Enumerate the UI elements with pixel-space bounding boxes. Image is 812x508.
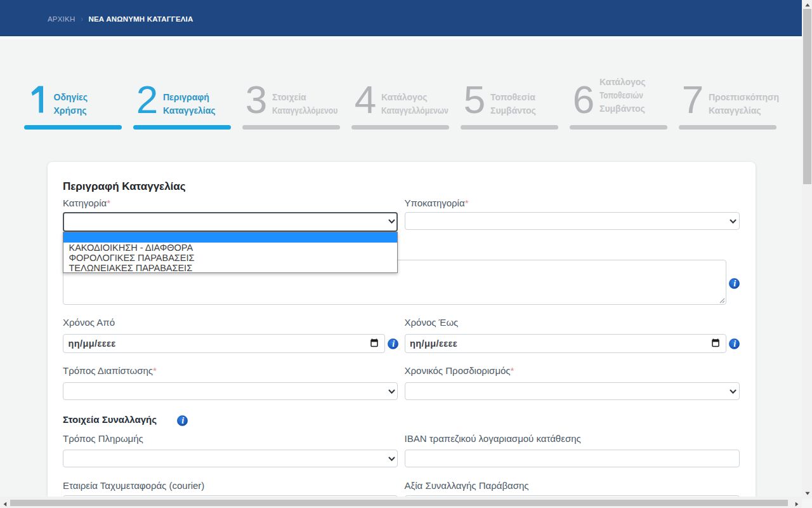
svg-text:i: i — [733, 339, 736, 349]
svg-text:i: i — [733, 279, 736, 288]
svg-text:i: i — [181, 416, 184, 425]
svg-text:i: i — [392, 339, 395, 349]
